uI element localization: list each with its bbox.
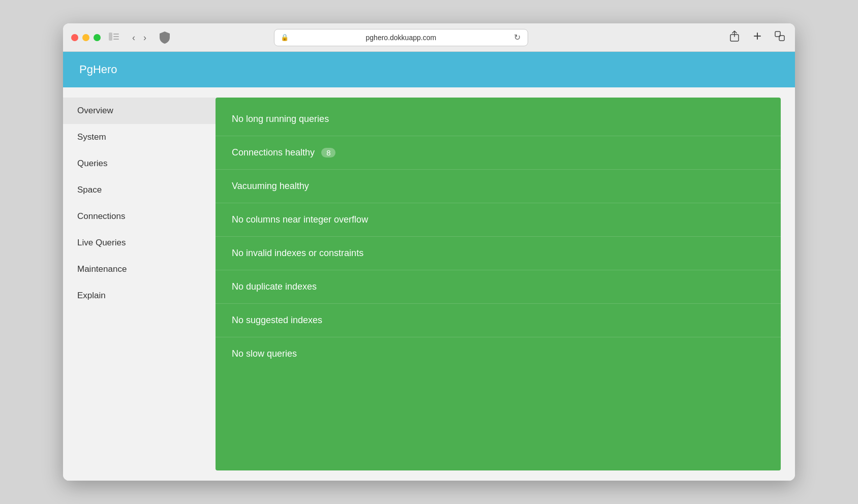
- connections-count-badge: 8: [321, 148, 335, 158]
- status-no-invalid-indexes: No invalid indexes or constraints: [216, 237, 781, 270]
- url-text: pghero.dokkuapp.com: [293, 34, 509, 42]
- status-text-no-integer-overflow: No columns near integer overflow: [232, 214, 368, 225]
- status-no-suggested-indexes: No suggested indexes: [216, 304, 781, 337]
- reload-button[interactable]: ↻: [513, 32, 522, 43]
- status-text-no-long-running: No long running queries: [232, 114, 329, 124]
- status-connections-healthy: Connections healthy 8: [216, 136, 781, 170]
- sidebar-toggle-button[interactable]: [107, 30, 121, 44]
- status-no-duplicate-indexes: No duplicate indexes: [216, 270, 781, 304]
- sidebar-item-overview[interactable]: Overview: [63, 98, 216, 124]
- sidebar-item-explain[interactable]: Explain: [63, 282, 216, 309]
- sidebar-item-connections[interactable]: Connections: [63, 203, 216, 230]
- app-content: PgHero Overview System Queries Space Con…: [63, 52, 795, 481]
- lock-icon: 🔒: [281, 34, 289, 41]
- status-list: No long running queries Connections heal…: [216, 98, 781, 375]
- svg-rect-2: [113, 36, 119, 37]
- sidebar-item-maintenance[interactable]: Maintenance: [63, 256, 216, 282]
- share-button[interactable]: [727, 28, 742, 46]
- sidebar-item-system[interactable]: System: [63, 124, 216, 150]
- status-no-long-running: No long running queries: [216, 103, 781, 136]
- status-text-vacuuming-healthy: Vacuuming healthy: [232, 181, 309, 191]
- svg-rect-0: [109, 33, 112, 41]
- address-bar[interactable]: 🔒 pghero.dokkuapp.com ↻: [274, 29, 528, 46]
- sidebar-item-space[interactable]: Space: [63, 177, 216, 203]
- maximize-button[interactable]: [94, 34, 101, 41]
- new-tab-button[interactable]: [750, 29, 764, 46]
- status-no-slow-queries: No slow queries: [216, 337, 781, 370]
- status-text-no-suggested-indexes: No suggested indexes: [232, 315, 322, 325]
- sidebar-item-queries[interactable]: Queries: [63, 150, 216, 177]
- sidebar-item-live-queries[interactable]: Live Queries: [63, 230, 216, 256]
- traffic-lights: [71, 34, 101, 41]
- status-text-no-invalid-indexes: No invalid indexes or constraints: [232, 248, 363, 258]
- svg-rect-3: [113, 39, 119, 40]
- status-no-integer-overflow: No columns near integer overflow: [216, 203, 781, 237]
- back-button[interactable]: ‹: [129, 31, 138, 44]
- app-title: PgHero: [79, 63, 117, 76]
- minimize-button[interactable]: [82, 34, 89, 41]
- status-text-no-slow-queries: No slow queries: [232, 349, 297, 359]
- close-button[interactable]: [71, 34, 78, 41]
- toolbar-right: [727, 28, 787, 46]
- forward-button[interactable]: ›: [140, 31, 149, 44]
- sidebar: Overview System Queries Space Connection…: [63, 87, 216, 481]
- tabs-button[interactable]: [773, 29, 787, 46]
- content-area: No long running queries Connections heal…: [216, 98, 781, 470]
- main-layout: Overview System Queries Space Connection…: [63, 87, 795, 481]
- nav-buttons: ‹ ›: [129, 31, 149, 44]
- title-bar: ‹ › 🔒 pghero.dokkuapp.com ↻: [63, 23, 795, 52]
- svg-rect-1: [113, 34, 119, 35]
- status-vacuuming-healthy: Vacuuming healthy: [216, 170, 781, 203]
- browser-window: ‹ › 🔒 pghero.dokkuapp.com ↻: [63, 23, 795, 481]
- status-text-connections-healthy: Connections healthy: [232, 147, 315, 158]
- status-text-no-duplicate-indexes: No duplicate indexes: [232, 281, 317, 292]
- shield-icon: [158, 30, 172, 45]
- app-header: PgHero: [63, 52, 795, 87]
